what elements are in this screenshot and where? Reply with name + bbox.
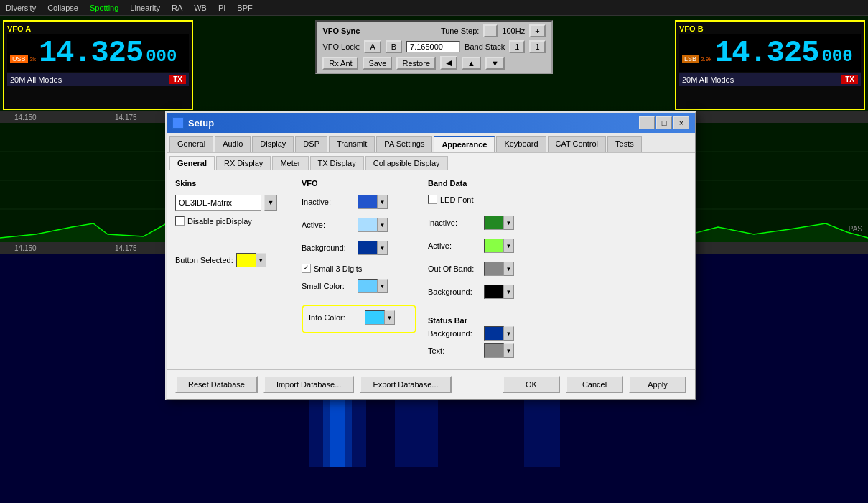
vfo-b-band: 20M All Modes [682, 75, 734, 84]
vfo-a-submode: 3k [30, 56, 36, 63]
top-menu-bar: Diversity Collapse Spotting Linearity RA… [0, 0, 868, 16]
info-color-wrap: ▼ [365, 310, 395, 325]
tab-dsp[interactable]: DSP [295, 136, 327, 152]
out-of-band-drop[interactable]: ▼ [504, 262, 514, 276]
status-text-swatch[interactable] [484, 343, 504, 358]
menu-item-spotting[interactable]: Spotting [90, 4, 118, 12]
menu-item-collapse[interactable]: Collapse [47, 4, 78, 12]
skin-dropdown-btn[interactable]: ▼ [264, 195, 277, 211]
inner-tab-tx-display[interactable]: TX Display [310, 156, 364, 170]
band-inactive-label: Inactive: [428, 218, 478, 227]
band-active-row: Active: ▼ [428, 239, 543, 253]
tab-tests[interactable]: Tests [607, 136, 642, 152]
dialog-footer: Reset Database Import Database... Export… [167, 369, 695, 399]
band-active-label: Active: [428, 241, 478, 250]
inner-tab-general[interactable]: General [169, 156, 215, 170]
tab-keyboard[interactable]: Keyboard [496, 136, 546, 152]
inner-tab-meter[interactable]: Meter [272, 156, 308, 170]
band-active-drop[interactable]: ▼ [504, 239, 514, 253]
small-color-label: Small Color: [302, 282, 352, 290]
band-inactive-wrap: ▼ [484, 216, 514, 230]
tab-display[interactable]: Display [252, 136, 294, 152]
vfo-a-lock-btn[interactable]: A [364, 40, 381, 53]
menu-item-bpf[interactable]: BPF [237, 4, 252, 12]
inner-tab-rx-display[interactable]: RX Display [216, 156, 271, 170]
inner-tab-bar: General RX Display Meter TX Display Coll… [167, 153, 695, 170]
nav-up-btn[interactable]: ▲ [462, 57, 481, 70]
vfo-a-freq-sub[interactable]: 000 [146, 47, 177, 66]
save-btn[interactable]: Save [363, 57, 392, 70]
band-active-swatch[interactable] [484, 239, 504, 253]
status-text-drop[interactable]: ▼ [504, 343, 514, 358]
menu-item-diversity[interactable]: Diversity [6, 4, 36, 12]
out-of-band-swatch[interactable] [484, 262, 504, 276]
nav-left-btn[interactable]: ◀ [440, 56, 457, 70]
status-background-wrap: ▼ [484, 326, 514, 341]
cancel-btn[interactable]: Cancel [566, 376, 623, 393]
status-bar-title: Status Bar [428, 316, 543, 325]
center-controls: VFO Sync Tune Step: - 100Hz + VFO Lock: … [201, 20, 667, 114]
vfo-b-freq-sub[interactable]: 000 [821, 47, 852, 66]
led-font-checkbox[interactable] [428, 195, 437, 204]
skin-select-input[interactable]: OE3IDE-Matrix [175, 195, 261, 211]
status-background-drop[interactable]: ▼ [504, 326, 514, 341]
restore-btn[interactable]: Restore [396, 57, 436, 70]
menu-item-pi[interactable]: PI [218, 4, 225, 12]
vfo-background-swatch[interactable] [358, 241, 378, 255]
vfo-b-panel: VFO B LSB 2.9k 14.325 000 20M All Modes … [675, 20, 865, 110]
small-3-digits-checkbox[interactable]: ✓ [302, 264, 311, 273]
inner-tab-collapsible[interactable]: Collapsible Display [365, 156, 448, 170]
band-inactive-drop[interactable]: ▼ [504, 216, 514, 230]
vfo-active-drop[interactable]: ▼ [378, 218, 388, 232]
menu-item-linearity[interactable]: Linearity [130, 4, 160, 12]
band-background-swatch[interactable] [484, 285, 504, 299]
dialog-titlebar: Setup – □ × [167, 113, 695, 133]
vfo-freq-input[interactable] [406, 41, 460, 52]
button-selected-swatch[interactable] [236, 253, 256, 267]
reset-database-btn[interactable]: Reset Database [175, 376, 258, 393]
tab-appearance[interactable]: Appearance [434, 136, 495, 152]
stack-2-btn[interactable]: 1 [529, 40, 545, 53]
vfo-inactive-drop[interactable]: ▼ [378, 195, 388, 209]
dialog-restore-btn[interactable]: □ [656, 116, 672, 129]
vfo-active-swatch[interactable] [358, 218, 378, 232]
tune-plus-btn[interactable]: + [529, 24, 545, 37]
rx-ant-btn[interactable]: Rx Ant [322, 57, 358, 70]
stack-1-btn[interactable]: 1 [509, 40, 525, 53]
vfo-background-drop[interactable]: ▼ [378, 241, 388, 255]
skins-section: Skins OE3IDE-Matrix ▼ Disable picDisplay… [175, 179, 290, 361]
nav-down-btn[interactable]: ▼ [485, 57, 505, 70]
small-color-swatch[interactable] [358, 279, 378, 293]
band-background-drop[interactable]: ▼ [504, 285, 514, 299]
button-selected-dropdown[interactable]: ▼ [256, 253, 266, 267]
status-background-swatch[interactable] [484, 326, 504, 341]
dialog-close-btn[interactable]: × [673, 116, 689, 129]
small-color-drop[interactable]: ▼ [378, 279, 388, 293]
import-database-btn[interactable]: Import Database... [263, 376, 355, 393]
status-background-row: Background: ▼ [428, 326, 543, 341]
tab-audio[interactable]: Audio [215, 136, 251, 152]
apply-btn[interactable]: Apply [629, 376, 686, 393]
tab-general[interactable]: General [169, 136, 213, 152]
export-database-btn[interactable]: Export Database... [360, 376, 451, 393]
disable-pic-row: Disable picDisplay [175, 216, 290, 226]
tab-transmit[interactable]: Transmit [329, 136, 375, 152]
dialog-icon [172, 117, 184, 129]
vfo-b-lock-btn[interactable]: B [386, 40, 402, 53]
vfo-a-freq-main[interactable]: 14.325 [39, 36, 143, 70]
tab-pa-settings[interactable]: PA Settings [376, 136, 432, 152]
band-active-wrap: ▼ [484, 239, 514, 253]
info-color-drop[interactable]: ▼ [385, 310, 395, 325]
vfo-b-freq-main[interactable]: 14.325 [714, 36, 818, 70]
ok-btn[interactable]: OK [503, 376, 560, 393]
dialog-minimize-btn[interactable]: – [639, 116, 655, 129]
vfo-section-title: VFO [302, 179, 416, 188]
band-inactive-swatch[interactable] [484, 216, 504, 230]
info-color-swatch[interactable] [365, 310, 385, 325]
tune-minus-btn[interactable]: - [483, 24, 498, 37]
menu-item-ra[interactable]: RA [172, 4, 182, 12]
tab-cat-control[interactable]: CAT Control [548, 136, 607, 152]
menu-item-wb[interactable]: WB [194, 4, 207, 12]
vfo-inactive-swatch[interactable] [358, 195, 378, 209]
disable-pic-checkbox[interactable] [175, 216, 185, 226]
